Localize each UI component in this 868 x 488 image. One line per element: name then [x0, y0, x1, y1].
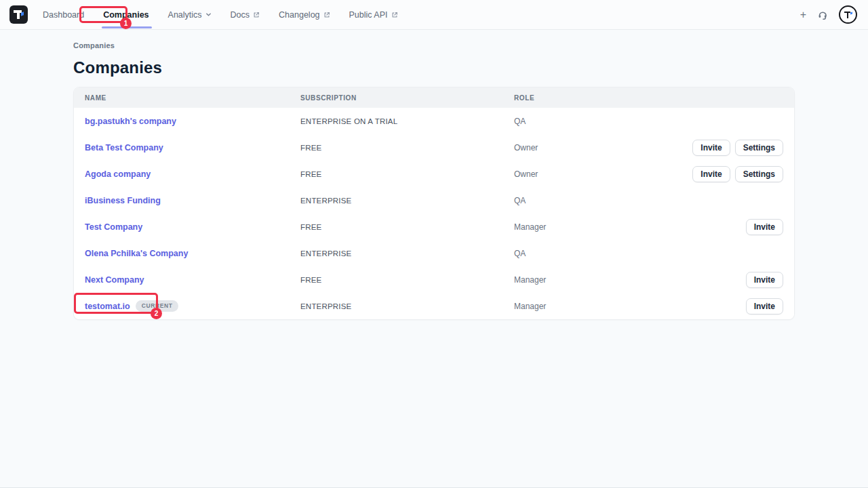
- column-header-name: Name: [85, 94, 300, 102]
- column-header-role: Role: [514, 94, 783, 102]
- subscription-cell: FREE: [300, 144, 514, 152]
- subscription-cell: ENTERPRISE: [300, 249, 514, 258]
- top-navigation: DashboardCompaniesAnalyticsDocsChangelog…: [0, 0, 868, 30]
- invite-button[interactable]: Invite: [746, 298, 783, 314]
- page-title: Companies: [73, 58, 795, 77]
- testomat-logo[interactable]: [9, 5, 28, 24]
- company-link[interactable]: bg.pastukh's company: [85, 117, 176, 126]
- invite-button[interactable]: Invite: [746, 219, 783, 235]
- row-actions: Invite: [746, 298, 783, 314]
- role-cell: QA: [514, 117, 783, 126]
- table-row: Test CompanyFREEManagerInvite: [74, 214, 794, 240]
- nav-item-label: Docs: [231, 10, 250, 20]
- company-link[interactable]: Olena Pchilka's Company: [85, 249, 188, 258]
- user-avatar[interactable]: [839, 5, 857, 24]
- role-cell: QA: [514, 196, 783, 205]
- nav-item-label: Companies: [103, 10, 149, 20]
- companies-table: NameSubscriptionRole bg.pastukh's compan…: [73, 87, 795, 320]
- nav-item-docs[interactable]: Docs: [231, 0, 260, 29]
- table-body: bg.pastukh's companyENTERPRISE ON A TRIA…: [74, 108, 794, 319]
- nav-item-companies[interactable]: Companies: [103, 0, 149, 29]
- nav-item-dashboard[interactable]: Dashboard: [43, 0, 84, 29]
- nav-item-label: Changelog: [279, 10, 319, 20]
- subscription-cell: FREE: [300, 276, 514, 284]
- add-button[interactable]: +: [800, 9, 806, 20]
- company-name-cell: Test Company: [85, 222, 300, 232]
- logo-shape: [17, 10, 20, 19]
- page-content: Companies Companies NameSubscriptionRole…: [0, 30, 868, 320]
- subscription-cell: FREE: [300, 170, 514, 178]
- subscription-cell: ENTERPRISE ON A TRIAL: [300, 117, 514, 125]
- nav-item-changelog[interactable]: Changelog: [279, 0, 330, 29]
- current-company-badge: CURRENT: [136, 300, 179, 312]
- subscription-cell: ENTERPRISE: [300, 302, 514, 310]
- subscription-cell: FREE: [300, 223, 514, 231]
- company-link[interactable]: Next Company: [85, 275, 144, 285]
- company-link[interactable]: Beta Test Company: [85, 143, 163, 152]
- nav-item-label: Analytics: [168, 10, 202, 20]
- logo-accent: [21, 12, 24, 16]
- table-row: Beta Test CompanyFREEOwnerInviteSettings: [74, 134, 794, 161]
- table-header-row: NameSubscriptionRole: [74, 87, 794, 108]
- row-actions: Invite: [746, 219, 783, 235]
- table-row: testomat.ioCURRENTENTERPRISEManagerInvit…: [74, 293, 794, 319]
- nav-item-label: Public API: [349, 10, 388, 20]
- company-name-cell: Next Company: [85, 275, 300, 285]
- company-name-cell: Olena Pchilka's Company: [85, 249, 300, 258]
- company-link[interactable]: testomat.io: [85, 302, 130, 311]
- nav-item-public-api[interactable]: Public API: [349, 0, 398, 29]
- company-name-cell: testomat.ioCURRENT: [85, 300, 300, 312]
- avatar-logo-accent: [850, 12, 852, 15]
- column-header-subscription: Subscription: [300, 94, 514, 102]
- support-headset-icon[interactable]: [817, 9, 828, 20]
- settings-button[interactable]: Settings: [735, 166, 783, 182]
- company-link[interactable]: Agoda company: [85, 169, 151, 179]
- breadcrumb[interactable]: Companies: [73, 30, 795, 49]
- external-link-icon: [253, 12, 260, 18]
- company-link[interactable]: iBusiness Funding: [85, 196, 161, 205]
- table-row: Olena Pchilka's CompanyENTERPRISEQA: [74, 240, 794, 266]
- company-name-cell: bg.pastukh's company: [85, 117, 300, 126]
- avatar-logo-shape: [847, 12, 849, 18]
- row-actions: InviteSettings: [692, 166, 783, 182]
- invite-button[interactable]: Invite: [746, 272, 783, 288]
- subscription-cell: ENTERPRISE: [300, 197, 514, 205]
- external-link-icon: [391, 12, 398, 18]
- company-name-cell: iBusiness Funding: [85, 196, 300, 205]
- role-cell: Manager: [514, 275, 746, 285]
- table-row: Agoda companyFREEOwnerInviteSettings: [74, 161, 794, 187]
- role-cell: Manager: [514, 222, 746, 232]
- nav-right: +: [800, 5, 860, 24]
- nav-items: DashboardCompaniesAnalyticsDocsChangelog…: [43, 0, 398, 29]
- role-cell: Manager: [514, 302, 746, 311]
- role-cell: QA: [514, 249, 783, 258]
- company-link[interactable]: Test Company: [85, 222, 142, 232]
- company-name-cell: Beta Test Company: [85, 143, 300, 152]
- nav-item-label: Dashboard: [43, 10, 84, 20]
- settings-button[interactable]: Settings: [735, 140, 783, 156]
- nav-item-analytics[interactable]: Analytics: [168, 0, 212, 29]
- table-row: iBusiness FundingENTERPRISEQA: [74, 187, 794, 214]
- row-actions: Invite: [746, 272, 783, 288]
- invite-button[interactable]: Invite: [692, 166, 730, 182]
- role-cell: Owner: [514, 169, 692, 179]
- external-link-icon: [323, 12, 330, 18]
- chevron-down-icon: [205, 12, 212, 18]
- role-cell: Owner: [514, 143, 692, 152]
- invite-button[interactable]: Invite: [692, 140, 730, 156]
- table-row: Next CompanyFREEManagerInvite: [74, 266, 794, 293]
- company-name-cell: Agoda company: [85, 169, 300, 179]
- active-tab-indicator: [102, 26, 151, 28]
- table-row: bg.pastukh's companyENTERPRISE ON A TRIA…: [74, 108, 794, 134]
- row-actions: InviteSettings: [692, 140, 783, 156]
